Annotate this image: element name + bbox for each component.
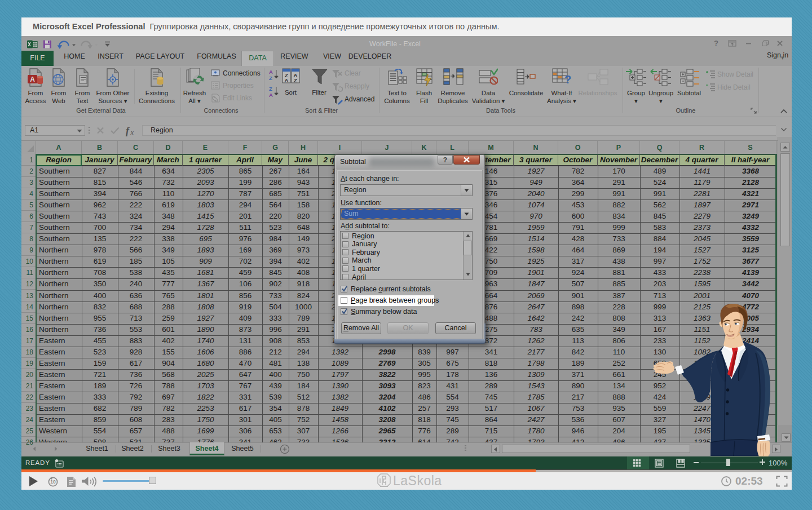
svg-text:?: ? [714,39,718,47]
svg-text:?: ? [564,73,571,86]
svg-text:Z: Z [269,86,272,92]
svg-text:A: A [30,76,35,83]
svg-text:LaSkola: LaSkola [393,473,442,488]
svg-text:f: f [126,125,130,136]
svg-text:A: A [285,77,289,83]
svg-text:Z: Z [294,77,297,83]
svg-text:A: A [269,69,273,75]
svg-text:A: A [269,92,273,98]
svg-text:x: x [130,128,134,136]
svg-text:Z: Z [269,75,272,81]
svg-text:10: 10 [50,479,56,485]
